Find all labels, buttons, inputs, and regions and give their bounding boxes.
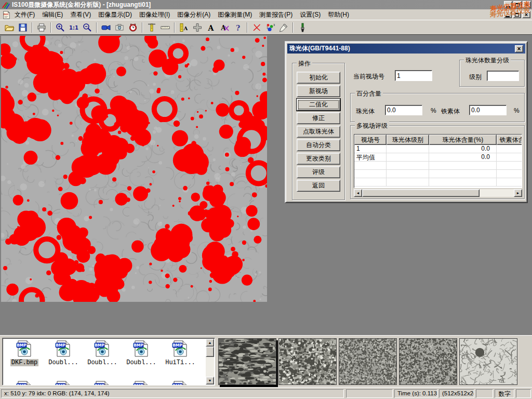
- bmp-file-icon: BMP: [55, 381, 72, 385]
- initialize-button[interactable]: 初始化: [297, 72, 340, 84]
- calibration-curve-icon: [251, 22, 262, 33]
- ferrite-percent-input[interactable]: [469, 105, 507, 115]
- change-class-button[interactable]: 更改类别: [297, 153, 340, 165]
- toolbar-help-button[interactable]: ?: [231, 21, 245, 34]
- table-row-1[interactable]: 平均值0.0: [354, 153, 522, 162]
- toolbar-ruler-button[interactable]: [158, 21, 172, 34]
- menu-item-6[interactable]: 图像测量(M): [214, 10, 256, 19]
- scroll-up-arrow[interactable]: ▲: [206, 339, 214, 347]
- table-row-4[interactable]: [354, 178, 522, 187]
- auto-classify-button[interactable]: 自动分类: [297, 139, 340, 151]
- table-row-3[interactable]: [354, 170, 522, 178]
- file-item-1[interactable]: BMPDoubl...: [45, 340, 82, 366]
- toolbar-class-dots-button[interactable]: 13: [263, 21, 277, 34]
- file-item-row2-1[interactable]: BMP: [45, 381, 82, 385]
- file-item-row2-3[interactable]: BMP: [123, 381, 160, 385]
- sample-thumbnail-2[interactable]: [339, 338, 397, 385]
- hscroll-thumb[interactable]: [362, 189, 480, 197]
- level-input[interactable]: [487, 71, 519, 81]
- toolbar-text-delete-button[interactable]: A: [218, 21, 231, 34]
- menu-item-5[interactable]: 图像分析(A): [174, 10, 214, 19]
- toolbar: 1:1AAA?13: [0, 20, 532, 34]
- scroll-right-arrow[interactable]: ►: [514, 189, 522, 197]
- file-item-2[interactable]: BMPDoubl...: [84, 340, 121, 366]
- brush-icon: [297, 22, 308, 33]
- minimize-button[interactable]: [504, 1, 512, 8]
- file-item-3[interactable]: BMPDoubl...: [123, 340, 160, 366]
- correct-button[interactable]: 修正: [297, 112, 340, 124]
- bmp-file-icon: BMP: [171, 381, 189, 385]
- menu-item-1[interactable]: 编辑(E): [38, 10, 66, 19]
- pearlite-dialog: 珠光体(GB/T9441-88) × 操作 初始化新视场二值化修正点取珠光体自动…: [285, 41, 528, 203]
- status-panel-empty2: [476, 389, 493, 398]
- child-restore-button[interactable]: [513, 11, 521, 18]
- table-cell: [387, 170, 429, 178]
- svg-text:A: A: [220, 24, 226, 32]
- table-cell: [497, 162, 522, 170]
- toolbar-separator: [292, 22, 294, 33]
- new-field-button[interactable]: 新视场: [297, 85, 340, 97]
- toolbar-open-button[interactable]: [3, 21, 16, 34]
- toolbar-zoom-out-button[interactable]: [81, 21, 94, 34]
- sample-thumbnail-1[interactable]: [278, 338, 337, 385]
- pearlite-label: 珠光体: [356, 107, 375, 116]
- menu-item-0[interactable]: 文件(F): [11, 10, 38, 19]
- table-hscrollbar[interactable]: ◄ ►: [354, 189, 522, 197]
- scroll-down-arrow[interactable]: ▼: [206, 377, 214, 384]
- file-item-0[interactable]: BMPDKF.bmp: [6, 340, 43, 366]
- toolbar-measure-text-button[interactable]: A: [177, 21, 191, 34]
- file-item-row2-2[interactable]: BMP: [84, 381, 121, 385]
- toolbar-camera-button[interactable]: [113, 21, 126, 34]
- table-row-0[interactable]: 10.0: [354, 145, 522, 153]
- file-vscrollbar[interactable]: ▲ ▼: [206, 339, 214, 384]
- file-item-4[interactable]: BMPHuiTi...: [162, 340, 199, 366]
- toolbar-save-button[interactable]: [16, 21, 30, 34]
- toolbar-move-button[interactable]: [191, 21, 204, 34]
- menu-item-8[interactable]: 设置(S): [296, 10, 324, 19]
- menu-item-3[interactable]: 图像显示(D): [95, 10, 136, 19]
- pick-pearlite-button[interactable]: 点取珠光体: [297, 126, 340, 138]
- toolbar-calibration-curve-button[interactable]: [250, 21, 263, 34]
- table-cell: [429, 170, 497, 178]
- pearlite-percent-input[interactable]: [385, 105, 422, 115]
- rate-button[interactable]: 评级: [297, 166, 340, 178]
- toolbar-video-camera-button[interactable]: [99, 21, 113, 34]
- sample-thumbnail-0[interactable]: [218, 338, 276, 385]
- pearlite-unit-label: %: [431, 107, 436, 114]
- dialog-close-button[interactable]: ×: [515, 45, 523, 52]
- table-row-2[interactable]: [354, 162, 522, 170]
- return-button[interactable]: 返回: [297, 180, 340, 192]
- camera-icon: [114, 22, 125, 33]
- toolbar-caliper-button[interactable]: [145, 21, 158, 34]
- file-item-row2-4[interactable]: BMP: [162, 381, 199, 385]
- child-minimize-button[interactable]: [503, 11, 512, 18]
- file-item-row2-0[interactable]: BMP: [6, 381, 43, 385]
- document-icon[interactable]: DOC: [2, 10, 11, 19]
- toolbar-pointer-pen-button[interactable]: [277, 21, 290, 34]
- vscroll-thumb[interactable]: [206, 347, 214, 357]
- restore-button[interactable]: [513, 1, 522, 8]
- toolbar-text-button[interactable]: A: [204, 21, 218, 34]
- toolbar-print-button[interactable]: [35, 21, 48, 34]
- menu-item-7[interactable]: 测量报告(P): [256, 10, 296, 19]
- dialog-title-bar[interactable]: 珠光体(GB/T9441-88) ×: [287, 44, 525, 54]
- child-close-button[interactable]: ×: [522, 11, 530, 18]
- binarize-button[interactable]: 二值化: [297, 99, 340, 111]
- toolbar-zoom-in-button[interactable]: [54, 21, 67, 34]
- toolbar-brush-button[interactable]: [296, 21, 309, 34]
- sample-thumbnail-4[interactable]: [459, 338, 517, 385]
- toolbar-timer-button[interactable]: [126, 21, 140, 34]
- table-cell: [387, 178, 429, 187]
- svg-text:BMP: BMP: [56, 383, 65, 385]
- menu-item-2[interactable]: 查看(V): [66, 10, 95, 19]
- metallograph-image[interactable]: [1, 36, 267, 302]
- close-button[interactable]: ×: [523, 1, 531, 8]
- sample-thumbnail-3[interactable]: [399, 338, 457, 385]
- toolbar-actual-size-button[interactable]: 1:1: [67, 21, 81, 34]
- scroll-left-arrow[interactable]: ◄: [354, 189, 362, 197]
- current-field-input[interactable]: [395, 70, 432, 81]
- menu-item-9[interactable]: 帮助(H): [324, 10, 353, 19]
- menu-item-4[interactable]: 图像处理(I): [136, 10, 174, 19]
- move-icon: [192, 22, 203, 33]
- bmp-file-icon: BMP: [94, 340, 111, 357]
